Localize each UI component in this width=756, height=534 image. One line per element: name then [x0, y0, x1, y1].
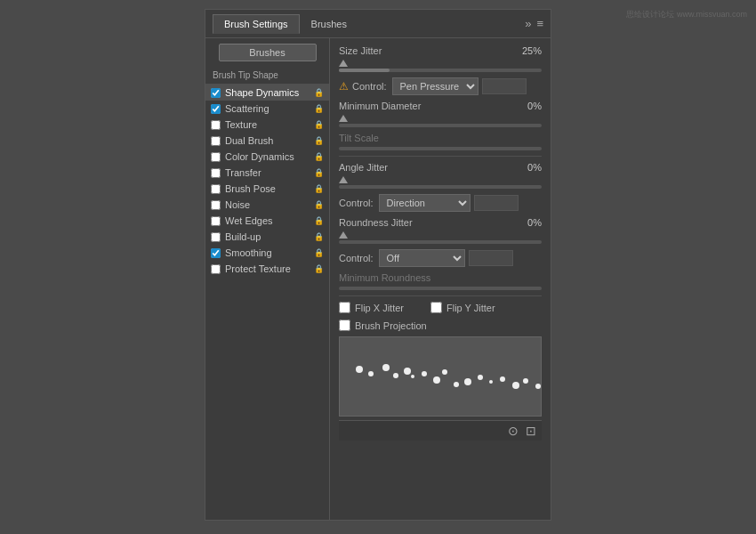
roundness-jitter-slider-row	[339, 231, 542, 244]
control-input-1	[482, 78, 527, 94]
sidebar-item-noise[interactable]: Noise 🔒	[205, 197, 329, 213]
brush-preview-dot	[382, 364, 390, 371]
sidebar-label-wet-edges: Wet Edges	[225, 215, 312, 226]
brush-preview	[339, 336, 542, 417]
checkbox-brush-pose[interactable]	[211, 184, 221, 194]
control-row-2: Control: Direction Off Fade Initial Dire…	[339, 194, 542, 212]
minimum-diameter-slider-row	[339, 115, 542, 127]
checkbox-texture[interactable]	[211, 120, 221, 130]
sidebar-item-wet-edges[interactable]: Wet Edges 🔒	[205, 213, 329, 229]
sidebar-section-header: Brush Tip Shape	[205, 67, 329, 85]
brushes-button[interactable]: Brushes	[219, 44, 317, 61]
sidebar-item-protect-texture[interactable]: Protect Texture 🔒	[205, 261, 329, 277]
tab-bar: Brush Settings Brushes » ≡	[205, 10, 551, 38]
minimum-roundness-slider-row	[339, 287, 542, 290]
control-select-1[interactable]: Pen Pressure Off Fade Pen Tilt Stylus Wh…	[392, 77, 479, 95]
menu-icon[interactable]: ≡	[536, 17, 543, 30]
warning-icon-1: ⚠	[339, 80, 349, 93]
preview-icon-1[interactable]: ⊙	[508, 424, 519, 438]
brush-preview-dot	[433, 376, 440, 384]
control-label-2: Control:	[339, 198, 374, 208]
minimum-diameter-row: Minimum Diameter 0%	[339, 101, 542, 111]
flip-x-checkbox[interactable]	[339, 302, 350, 313]
sidebar-item-brush-pose[interactable]: Brush Pose 🔒	[205, 181, 329, 197]
brush-preview-dot	[489, 380, 493, 384]
tilt-scale-slider-row	[339, 147, 542, 150]
control-label-3: Control:	[339, 253, 374, 263]
sidebar-label-color-dynamics: Color Dynamics	[225, 151, 312, 162]
checkbox-protect-texture[interactable]	[211, 264, 221, 274]
checkbox-color-dynamics[interactable]	[211, 152, 221, 162]
sidebar-item-texture[interactable]: Texture 🔒	[205, 117, 329, 133]
brush-preview-dot	[523, 378, 528, 384]
forward-icon[interactable]: »	[525, 17, 531, 30]
lock-icon-5: 🔒	[314, 168, 324, 177]
sidebar: Brushes Brush Tip Shape Shape Dynamics 🔒…	[205, 38, 330, 520]
control-select-3[interactable]: Off Fade Pen Pressure Pen Tilt Stylus Wh…	[379, 249, 465, 267]
checkbox-build-up[interactable]	[211, 232, 221, 242]
roundness-jitter-value: 0%	[508, 217, 542, 228]
angle-jitter-slider[interactable]	[339, 185, 542, 189]
control-label-1: Control:	[352, 81, 387, 92]
angle-jitter-triangle	[339, 176, 348, 183]
sidebar-item-shape-dynamics[interactable]: Shape Dynamics 🔒	[205, 85, 329, 101]
tilt-scale-slider	[339, 147, 542, 150]
brush-preview-dot	[454, 382, 459, 387]
tilt-scale-row: Tilt Scale	[339, 133, 542, 143]
angle-jitter-label: Angle Jitter	[339, 162, 508, 173]
brush-preview-dot	[356, 366, 363, 373]
angle-jitter-value: 0%	[508, 162, 542, 173]
brush-projection-row: Brush Projection	[339, 320, 542, 331]
sidebar-item-transfer[interactable]: Transfer 🔒	[205, 165, 329, 181]
control-select-2[interactable]: Direction Off Fade Initial Direction Pen…	[379, 194, 470, 212]
brush-preview-dot	[512, 382, 519, 389]
size-jitter-slider-row	[339, 60, 542, 72]
brush-projection-checkbox[interactable]	[339, 320, 350, 331]
checkbox-transfer[interactable]	[211, 168, 221, 178]
checkbox-shape-dynamics[interactable]	[211, 88, 221, 98]
lock-icon-1: 🔒	[314, 104, 324, 113]
lock-icon-0: 🔒	[314, 88, 324, 97]
flip-y-checkbox[interactable]	[430, 302, 442, 313]
separator-2	[339, 295, 542, 296]
bottom-bar: ⊙ ⊡	[339, 420, 542, 441]
size-jitter-slider[interactable]	[339, 69, 542, 72]
tab-brush-settings[interactable]: Brush Settings	[213, 14, 300, 34]
checkbox-noise[interactable]	[211, 200, 221, 210]
checkbox-wet-edges[interactable]	[211, 216, 221, 226]
brush-preview-dot	[464, 378, 471, 385]
minimum-diameter-triangle	[339, 115, 348, 122]
checkbox-smoothing[interactable]	[211, 248, 221, 258]
angle-jitter-slider-row	[339, 176, 542, 189]
tab-icons: » ≡	[525, 17, 543, 30]
roundness-jitter-row: Roundness Jitter 0%	[339, 217, 542, 228]
sidebar-label-shape-dynamics: Shape Dynamics	[225, 87, 312, 98]
roundness-jitter-slider[interactable]	[339, 240, 542, 244]
brush-projection-label: Brush Projection	[355, 320, 427, 331]
sidebar-label-noise: Noise	[225, 199, 312, 210]
lock-icon-11: 🔒	[314, 264, 324, 273]
control-row-1: ⚠ Control: Pen Pressure Off Fade Pen Til…	[339, 77, 542, 95]
lock-icon-10: 🔒	[314, 248, 324, 257]
sidebar-item-color-dynamics[interactable]: Color Dynamics 🔒	[205, 149, 329, 165]
brush-preview-dot	[422, 371, 427, 376]
angle-jitter-row: Angle Jitter 0%	[339, 162, 542, 173]
checkbox-scattering[interactable]	[211, 104, 221, 114]
control-input-2	[474, 195, 519, 211]
minimum-roundness-slider	[339, 287, 542, 290]
minimum-diameter-slider[interactable]	[339, 124, 542, 127]
sidebar-label-build-up: Build-up	[225, 231, 312, 242]
sidebar-item-smoothing[interactable]: Smoothing 🔒	[205, 245, 329, 261]
minimum-diameter-value: 0%	[508, 101, 542, 111]
size-jitter-label: Size Jitter	[339, 45, 508, 56]
brush-preview-dot	[411, 375, 414, 378]
sidebar-item-build-up[interactable]: Build-up 🔒	[205, 229, 329, 245]
sidebar-item-scattering[interactable]: Scattering 🔒	[205, 101, 329, 117]
brush-preview-dot	[442, 369, 447, 375]
content-area: Size Jitter 25% ⚠ Control: Pen Pressure …	[330, 38, 551, 520]
preview-icon-2[interactable]: ⊡	[526, 424, 536, 438]
checkbox-dual-brush[interactable]	[211, 136, 221, 146]
tab-brushes[interactable]: Brushes	[300, 14, 358, 34]
size-jitter-fill	[339, 69, 390, 72]
sidebar-item-dual-brush[interactable]: Dual Brush 🔒	[205, 133, 329, 149]
